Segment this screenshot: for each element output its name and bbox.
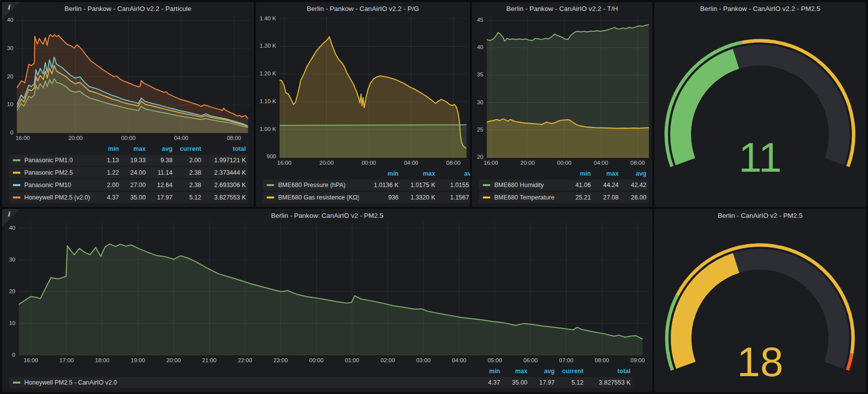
pm25-gauge: 11	[654, 15, 866, 207]
particule-legend: minmaxavgcurrenttotalPanasonic PM1.01.13…	[2, 143, 254, 207]
x-tick-label: 16:00	[12, 135, 34, 141]
series-toggle[interactable]: Panasonic PM1.0	[13, 157, 93, 164]
legend-header-min[interactable]: min	[93, 145, 119, 152]
panel-big-pm25: i Berlin - Pankow: CanAirIO v2 - PM2.5 4…	[2, 209, 652, 392]
legend-row: Honeywell PM2.5 - CanAirIO v2.04.3735.00…	[9, 377, 633, 388]
y-tick-label: 10	[9, 320, 15, 326]
legend-value: 2.373444 K	[201, 169, 246, 176]
series-color-dash	[267, 197, 274, 198]
plot-area[interactable]	[19, 222, 649, 355]
x-tick-label: 01:00	[341, 357, 363, 363]
legend-header-row: minmaxavgcurrenttotal	[9, 144, 248, 153]
legend-value: 4.37	[473, 379, 500, 386]
y-tick-label: 40	[477, 44, 483, 50]
series-toggle[interactable]: Honeywell PM2.5 (v2.0)	[13, 194, 93, 201]
pressure-gas-legend: minmaxavgBME680 Pressure (hPA)1.0136 K1.…	[256, 168, 470, 207]
panel-title[interactable]: Berlin - Pankow - CanAirIO v2.2 - T/H	[472, 2, 652, 15]
y-tick-label: 45	[477, 17, 483, 23]
legend-value: 35.00	[500, 379, 527, 386]
panel-gauge-pm25-v2: Berlin - CanAirIO v2 - PM2.5 18	[654, 209, 866, 392]
y-tick-label: 0	[12, 352, 15, 358]
panel-title[interactable]: Berlin - Pankow - CanAirIO v2.2 - P/G	[256, 2, 470, 15]
legend-value: 3.827553 K	[201, 194, 246, 201]
legend-value: 1.1567 K	[435, 194, 470, 201]
x-tick-label: 16:00	[20, 357, 42, 363]
legend-header-max[interactable]: max	[399, 170, 435, 177]
series-color-dash	[13, 382, 20, 384]
legend-value: 3.827553 K	[583, 379, 631, 386]
series-toggle[interactable]: Panasonic PM2.5	[13, 169, 93, 176]
big-pm25-legend: minmaxavgcurrenttotalHoneywell PM2.5 - C…	[2, 366, 652, 392]
plot-svg	[19, 222, 649, 355]
legend-header-total[interactable]: total	[583, 368, 631, 375]
panel-pressure-gas: Berlin - Pankow - CanAirIO v2.2 - P/G 1.…	[256, 2, 470, 207]
legend-header-total[interactable]: total	[201, 145, 246, 152]
gauge-value: 11	[654, 136, 866, 178]
series-toggle[interactable]: BME680 Gas resistence (KΩ)	[267, 194, 359, 201]
panel-particule: i Berlin - Pankow - CanAirIO v2.2 - Part…	[2, 2, 254, 207]
legend-value: 9.38	[146, 157, 173, 164]
x-tick-label: 04:00	[171, 135, 192, 141]
pressure-gas-chart: 1.40 K1.30 K1.20 K1.10 K1.00 K90016:0020…	[256, 15, 470, 168]
series-toggle[interactable]: BME680 Temperature	[483, 194, 560, 201]
legend-value: 936	[359, 194, 399, 201]
legend-value: 17.97	[146, 194, 173, 201]
legend-header-avg[interactable]: avg	[527, 368, 555, 375]
legend-value: 25.21	[560, 194, 591, 201]
series-name: Panasonic PM2.5	[24, 169, 73, 176]
legend-value: 19.33	[119, 157, 146, 164]
plot-area[interactable]	[487, 15, 649, 158]
x-tick-label: 18:00	[91, 357, 113, 363]
x-tick-label: 23:00	[270, 357, 291, 363]
legend-header-current[interactable]: current	[173, 145, 201, 152]
legend-header-min[interactable]: min	[473, 368, 500, 375]
series-toggle[interactable]: BME680 Humidity	[483, 182, 560, 189]
legend-header-avg[interactable]: avg	[146, 145, 173, 152]
legend-header-avg[interactable]: avg	[435, 170, 470, 177]
plot-row: 454035302520	[472, 15, 652, 158]
series-toggle[interactable]: BME680 Pressure (hPA)	[267, 182, 359, 189]
x-tick-label: 02:00	[377, 357, 399, 363]
series-color-dash	[13, 184, 20, 186]
x-tick-label: 00:00	[117, 135, 139, 141]
legend-header-min[interactable]: min	[560, 170, 591, 177]
legend-value: 1.22	[93, 169, 119, 176]
panel-title[interactable]: Berlin - CanAirIO v2 - PM2.5	[654, 209, 866, 222]
x-tick-label: 16:00	[273, 160, 295, 166]
legend-value: 1.0155 K	[435, 182, 470, 189]
panel-title[interactable]: Berlin - Pankow - CanAirIO v2.2 - PM2.5	[654, 2, 866, 15]
series-toggle[interactable]: Panasonic PM10	[13, 182, 93, 189]
legend-header-min[interactable]: min	[359, 170, 399, 177]
series-color-dash	[483, 184, 490, 186]
gauge-value: 18	[654, 341, 866, 383]
legend-header-avg[interactable]: avg	[619, 170, 646, 177]
panel-title[interactable]: Berlin - Pankow: CanAirIO v2 - PM2.5	[2, 209, 652, 222]
particule-chart: 40302010016:0020:0000:0004:0008:00	[2, 15, 254, 143]
series-color-dash	[483, 197, 490, 198]
legend-header-max[interactable]: max	[500, 368, 527, 375]
series-toggle[interactable]: Honeywell PM2.5 - CanAirIO v2.0	[13, 379, 473, 386]
x-tick-label: 04:00	[448, 357, 470, 363]
legend-value: 27.08	[591, 194, 619, 201]
x-tick-label: 00:00	[305, 357, 327, 363]
info-icon: i	[7, 210, 10, 218]
x-tick-label: 17:00	[56, 357, 77, 363]
y-tick-label: 1.00 K	[260, 126, 276, 132]
series-color-dash	[13, 197, 20, 198]
y-tick-label: 30	[7, 45, 13, 51]
legend-value: 24.00	[119, 169, 146, 176]
legend-header-max[interactable]: max	[591, 170, 619, 177]
legend-header-max[interactable]: max	[119, 145, 146, 152]
panel-temp-humidity: Berlin - Pankow - CanAirIO v2.2 - T/H 45…	[472, 2, 652, 207]
legend-row: BME680 Humidity41.0644.2442.42	[479, 180, 648, 191]
y-tick-label: 20	[477, 154, 483, 160]
legend-header-current[interactable]: current	[555, 368, 583, 375]
legend-value: 26.00	[619, 194, 646, 201]
y-axis: 454035302520	[472, 15, 487, 158]
plot-row: 1.40 K1.30 K1.20 K1.10 K1.00 K900	[256, 15, 470, 158]
y-tick-label: 20	[7, 73, 13, 79]
plot-area[interactable]	[17, 15, 250, 133]
legend-value: 17.97	[527, 379, 555, 386]
plot-area[interactable]	[280, 15, 466, 158]
panel-title[interactable]: Berlin - Pankow - CanAirIO v2.2 - Partic…	[2, 2, 254, 15]
